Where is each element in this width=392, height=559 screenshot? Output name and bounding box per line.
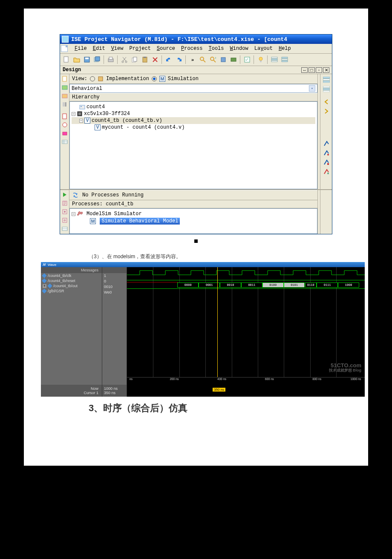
list1-button[interactable] xyxy=(270,55,279,64)
menu-view[interactable]: View xyxy=(109,45,126,52)
tree-device[interactable]: − xc5vlx30-3ff324 xyxy=(72,110,315,117)
verilog-icon: V xyxy=(95,124,101,130)
out-bus-wave: 0000 0001 0010 0011 0100 0101 0110 0111 … xyxy=(128,282,364,288)
step2-icon[interactable] xyxy=(61,208,69,216)
open-button[interactable] xyxy=(72,55,81,64)
proc-table-icon[interactable] xyxy=(61,225,69,233)
svg-point-13 xyxy=(200,57,204,61)
menu-tools[interactable]: Tools xyxy=(206,45,227,52)
signal-clk[interactable]: /count4_tb/clk xyxy=(41,273,102,278)
signal-out[interactable]: +/count4_tb/out xyxy=(41,283,102,288)
time-ruler[interactable]: ns 200 ns 400 ns 600 ns 800 ns 1000 ns xyxy=(127,377,365,385)
main-toolbar: » xyxy=(60,54,332,66)
cursor-line[interactable] xyxy=(217,267,218,377)
step3-icon[interactable] xyxy=(61,216,69,224)
menu-file[interactable]: File xyxy=(72,45,89,52)
modelsim-titlebar[interactable]: Wave xyxy=(41,262,365,267)
signal-gsr[interactable]: /glbl/GSR xyxy=(41,288,102,294)
new-button[interactable] xyxy=(62,55,71,64)
find-button[interactable] xyxy=(198,55,208,64)
panel-max-icon[interactable]: □ xyxy=(308,67,315,73)
simulate-behavioral-item[interactable]: M Simulate Behavioral Model xyxy=(72,218,315,225)
delete-button[interactable] xyxy=(150,55,160,64)
menu-help[interactable]: Help xyxy=(276,45,294,52)
rtool-back-icon[interactable] xyxy=(323,98,330,106)
run-icon[interactable] xyxy=(61,191,69,199)
rtool-fwd-icon[interactable] xyxy=(323,107,330,115)
rtool-list1-icon[interactable] xyxy=(323,76,330,84)
hierarchy-tree[interactable]: count4 − xc5vlx30-3ff324 − V count4_tb (… xyxy=(69,101,317,189)
svg-rect-0 xyxy=(64,57,68,62)
menubar[interactable]: File Edit View Project Source Process To… xyxy=(60,44,332,54)
redo-button[interactable] xyxy=(174,55,184,64)
rtool-run3-icon[interactable] xyxy=(323,158,330,166)
cursor-flag[interactable]: 350 ns xyxy=(213,388,225,392)
panel-close-icon[interactable]: ✕ xyxy=(323,67,329,73)
dropdown-value: Behavioral xyxy=(72,86,102,92)
sim-mode-dropdown[interactable]: Behavioral ▾ xyxy=(69,84,317,93)
menu-process[interactable]: Process xyxy=(179,45,205,52)
section-heading: 3、时序（综合后）仿真 xyxy=(89,402,351,415)
svg-rect-43 xyxy=(323,79,330,81)
collapse-icon[interactable]: − xyxy=(79,119,83,123)
rtool-run4-icon[interactable] xyxy=(323,168,330,176)
view-selector-row: View: Implementation M Simulation xyxy=(69,74,317,84)
save-all-button[interactable] xyxy=(92,55,102,64)
step1-icon[interactable] xyxy=(61,199,69,207)
find-next-button[interactable] xyxy=(208,55,218,64)
ltool-check-icon[interactable] xyxy=(61,130,69,137)
copy-button[interactable] xyxy=(130,55,139,64)
ltool-sources-icon[interactable] xyxy=(61,84,69,91)
menu-edit[interactable]: Edit xyxy=(90,45,108,52)
rtool-list2-icon[interactable] xyxy=(323,85,330,93)
svg-point-48 xyxy=(327,154,329,156)
ltool-snapshot-icon[interactable] xyxy=(61,92,69,100)
ise-titlebar[interactable]: ISE Project Navigator (M.81d) - F:\ISE\t… xyxy=(60,35,332,44)
sim-group-node[interactable]: − ModelSim Simulator xyxy=(72,210,315,217)
list2-button[interactable] xyxy=(280,55,289,64)
signals-panel[interactable]: Messages /count4_tb/clk /count4_tb/reset… xyxy=(41,267,102,385)
cut-button[interactable] xyxy=(120,55,129,64)
save-button[interactable] xyxy=(82,55,92,64)
chip-button[interactable] xyxy=(219,55,228,64)
svg-rect-46 xyxy=(323,88,330,90)
dropdown-arrow-icon[interactable]: ▾ xyxy=(309,85,315,92)
view-label: View: xyxy=(72,76,87,82)
impl-radio[interactable] xyxy=(90,76,95,81)
board-button[interactable] xyxy=(229,55,238,64)
panel-label: Design xyxy=(63,67,81,73)
light-button[interactable] xyxy=(256,55,265,64)
wave-icon xyxy=(43,263,46,266)
svg-rect-10 xyxy=(133,57,137,61)
rtool-run1-icon[interactable] xyxy=(323,140,330,147)
collapse-icon[interactable]: − xyxy=(72,112,75,116)
panel-restore-icon[interactable]: ↔ xyxy=(301,67,308,73)
ltool-table-icon[interactable] xyxy=(61,138,69,146)
expand-icon[interactable]: + xyxy=(43,284,46,288)
ltool-doc-icon[interactable] xyxy=(61,75,69,83)
tree-project[interactable]: count4 xyxy=(72,104,315,110)
sim-icon: M xyxy=(159,76,165,82)
undo-button[interactable] xyxy=(164,55,173,64)
refresh-button[interactable] xyxy=(242,55,252,64)
ltool-warn-icon[interactable] xyxy=(61,121,69,129)
menu-window[interactable]: Window xyxy=(228,45,251,52)
menu-layout[interactable]: Layout xyxy=(252,45,275,52)
sim-radio[interactable] xyxy=(152,76,157,81)
tree-testbench[interactable]: − V count4_tb (count4_tb.v) xyxy=(72,117,315,124)
rtool-run2-icon[interactable] xyxy=(323,149,330,157)
menu-project[interactable]: Project xyxy=(127,45,153,52)
ltool-lib-icon[interactable] xyxy=(61,101,69,108)
waveform-area[interactable]: 0000 0001 0010 0011 0100 0101 0110 0111 … xyxy=(127,267,365,385)
panel-float-icon[interactable]: ▫ xyxy=(316,67,322,73)
ltool-err-icon[interactable] xyxy=(61,112,69,120)
print-button[interactable] xyxy=(106,55,115,64)
paste-button[interactable] xyxy=(140,55,150,64)
menu-source[interactable]: Source xyxy=(154,45,178,52)
collapse-icon[interactable]: − xyxy=(72,212,75,216)
more-button[interactable]: » xyxy=(188,55,197,64)
signal-reset[interactable]: /count4_tb/reset xyxy=(41,278,102,283)
processes-tree[interactable]: − ModelSim Simulator M Simulate Behavior… xyxy=(69,208,317,234)
processes-header: Processes: count4_tb xyxy=(69,200,317,208)
tree-instance[interactable]: V mycount - count4 (count4.v) xyxy=(72,124,315,131)
